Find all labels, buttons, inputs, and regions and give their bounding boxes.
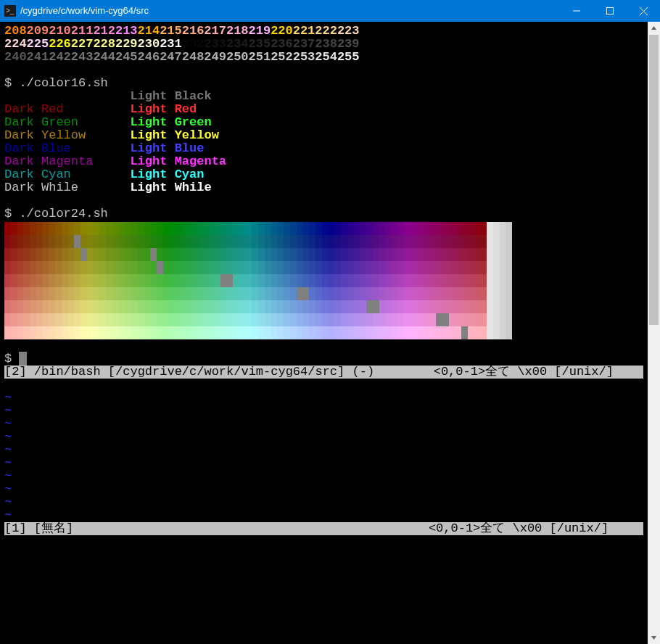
vim-empty-line: ~ [4,431,643,444]
maximize-button[interactable] [593,0,627,22]
vim-empty-line: ~ [4,444,643,457]
vim-empty-line: ~ [4,392,643,405]
command-line: $ ./color24.sh [4,207,643,220]
scroll-down-button[interactable] [648,632,660,644]
vim-empty-line: ~ [4,496,643,509]
color-sample-row: Dark GreenLight Green [4,116,643,129]
vim-empty-line: ~ [4,483,643,496]
vim-empty-line: ~ [4,509,643,522]
scrollbar[interactable] [648,22,660,644]
truecolor-gradient [4,222,643,339]
window-title: /cygdrive/c/work/vim-cyg64/src [20,4,560,17]
svg-rect-1 [607,8,614,15]
color-sample-row: Dark BlueLight Blue [4,142,643,155]
vim-empty-line: ~ [4,457,643,470]
minimize-button[interactable] [560,0,593,22]
terminal-icon: >_ [4,5,16,17]
palette-row: 2242252262272282292302312322332342352362… [4,38,643,51]
close-button[interactable] [627,0,660,22]
vim-empty-line: ~ [4,470,643,483]
terminal-content[interactable]: 2082092102112122132142152162172182192202… [0,22,648,644]
scrollbar-thumb[interactable] [649,35,659,325]
vim-statusline-top: [2] /bin/bash [/cygdrive/c/work/vim-cyg6… [4,366,643,379]
color-sample-row: Dark YellowLight Yellow [4,129,643,142]
vim-empty-line: ~ [4,418,643,431]
shell-prompt[interactable]: $ [4,352,643,366]
scroll-up-button[interactable] [648,22,660,34]
vim-empty-line: ~ [4,405,643,418]
color-sample-row: Dark WhileLight While [4,181,643,194]
color-sample-row: Dark CyanLight Cyan [4,168,643,181]
svg-marker-5 [651,636,656,640]
command-line: $ ./color16.sh [4,77,643,90]
vim-statusline-bottom: [1] [無名] <0,0-1>全て \x00 [/unix/] [4,522,643,535]
svg-marker-4 [651,26,656,30]
window-titlebar[interactable]: >_ /cygdrive/c/work/vim-cyg64/src [0,0,660,22]
window-buttons [560,0,660,22]
palette-row: 2402412422432442452462472482492502512522… [4,51,643,64]
color-sample-row: Dark MagentaLight Magenta [4,155,643,168]
palette-row: 2082092102112122132142152162172182192202… [4,25,643,38]
color-sample-row: Light Black [4,90,643,103]
color-sample-row: Dark RedLight Red [4,103,643,116]
